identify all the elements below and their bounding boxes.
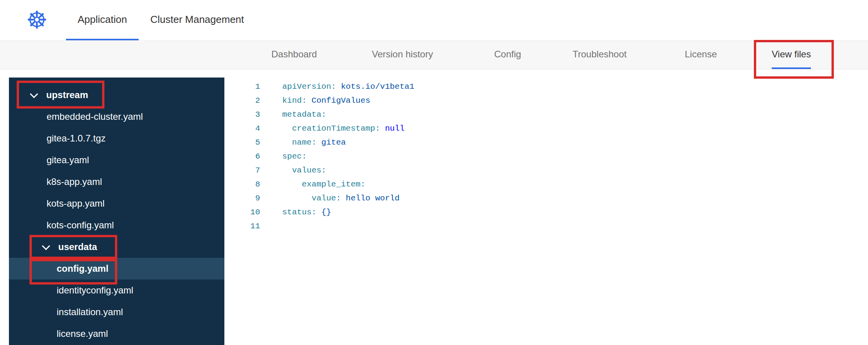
line-number: 1 [224,80,260,94]
code-line: 1apiVersion: kots.io/v1beta1 [224,80,868,94]
tree-item-upstream[interactable]: upstream [9,84,224,106]
subnav-tab-license[interactable]: License [685,41,717,69]
tree-item-label: config.yaml [57,263,108,274]
tree-item-k8s-app-yaml[interactable]: k8s-app.yaml [9,171,224,193]
subnav-tab-version-history[interactable]: Version history [372,41,433,69]
tree-item-kots-app-yaml[interactable]: kots-app.yaml [9,193,224,214]
tree-item-label: identityconfig.yaml [57,285,133,296]
app-subnav: DashboardVersion historyConfigTroublesho… [0,41,868,69]
line-number: 3 [224,108,260,122]
subnav-tab-troubleshoot[interactable]: Troubleshoot [573,41,627,69]
tree-item-gitea-yaml[interactable]: gitea.yaml [9,149,224,171]
line-number: 8 [224,178,260,191]
chevron-down-icon [30,90,38,98]
tree-item-label: upstream [46,90,88,100]
code-line: 7 values: [224,164,868,178]
code-text: metadata: [260,108,326,122]
tree-item-label: gitea-1.0.7.tgz [47,133,106,144]
line-number: 10 [224,205,260,219]
code-text: spec: [260,150,307,164]
header-tab-application[interactable]: Application [66,0,139,40]
code-line: 6spec: [224,150,868,164]
line-number: 4 [224,122,260,136]
content-area: upstreamembedded-cluster.yamlgitea-1.0.7… [0,69,868,345]
tree-item-label: gitea.yaml [47,155,89,166]
code-text: name: gitea [260,136,346,150]
code-line: 10status: {} [224,205,868,219]
line-number: 11 [224,219,260,233]
file-tree: upstreamembedded-cluster.yamlgitea-1.0.7… [9,78,224,345]
tree-item-label: userdata [58,242,97,252]
top-header: ☸ ApplicationCluster Management [0,0,868,41]
code-line: 11 [224,219,868,233]
code-lines: 1apiVersion: kots.io/v1beta12kind: Confi… [224,80,868,233]
tree-item-embedded-cluster-yaml[interactable]: embedded-cluster.yaml [9,106,224,128]
code-line: 8 example_item: [224,178,868,191]
chevron-down-icon [42,242,50,250]
tree-item-userdata[interactable]: userdata [9,236,224,258]
code-text: kind: ConfigValues [260,94,370,108]
line-number: 6 [224,150,260,164]
line-number: 9 [224,191,260,205]
tree-item-label: embedded-cluster.yaml [47,111,143,122]
subnav-tab-config[interactable]: Config [494,41,521,69]
header-tabs: ApplicationCluster Management [66,0,256,40]
code-text: status: {} [260,205,331,219]
tree-item-config-yaml[interactable]: config.yaml [9,258,224,279]
tree-item-installation-yaml[interactable]: installation.yaml [9,301,224,323]
code-text: value: hello world [260,191,399,205]
tree-item-license-yaml[interactable]: license.yaml [9,323,224,345]
code-line: 5 name: gitea [224,136,868,150]
code-line: 9 value: hello world [224,191,868,205]
code-text [260,219,282,233]
code-text: values: [260,164,326,178]
tree-item-label: license.yaml [57,328,108,339]
tree-item-label: installation.yaml [57,307,123,317]
tree-item-identityconfig-yaml[interactable]: identityconfig.yaml [9,279,224,301]
tree-item-kots-config-yaml[interactable]: kots-config.yaml [9,214,224,236]
tree-item-label: kots-config.yaml [47,220,114,231]
code-line: 4 creationTimestamp: null [224,122,868,136]
code-line: 2kind: ConfigValues [224,94,868,108]
kubernetes-logo: ☸ [23,8,50,32]
line-number: 7 [224,164,260,178]
subnav-tab-dashboard[interactable]: Dashboard [271,41,317,69]
code-editor[interactable]: 1apiVersion: kots.io/v1beta12kind: Confi… [224,69,868,345]
line-number: 5 [224,136,260,150]
code-text: creationTimestamp: null [260,122,404,136]
code-text: example_item: [260,178,365,191]
code-line: 3metadata: [224,108,868,122]
tree-item-gitea-1-0-7-tgz[interactable]: gitea-1.0.7.tgz [9,128,224,149]
tree-item-label: kots-app.yaml [47,198,104,209]
subnav-tab-view-files[interactable]: View files [772,41,811,69]
header-tab-cluster-management[interactable]: Cluster Management [139,0,255,40]
code-text: apiVersion: kots.io/v1beta1 [260,80,414,94]
line-number: 2 [224,94,260,108]
tree-item-label: k8s-app.yaml [47,176,102,187]
